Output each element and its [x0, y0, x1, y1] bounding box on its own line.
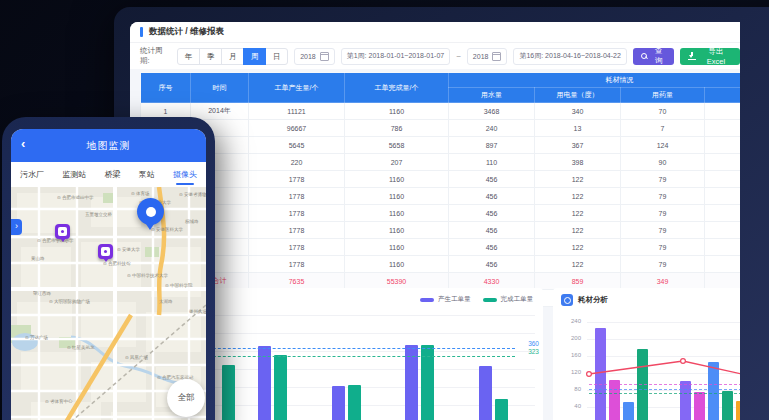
table-cell: 349	[621, 273, 705, 290]
breadcrumb: 数据统计 / 维修报表	[149, 26, 224, 38]
period-option[interactable]: 日	[265, 48, 288, 65]
table-cell: 456	[449, 205, 535, 222]
table-cell: 5658	[345, 137, 449, 154]
legend-label: 完成工单量	[501, 295, 534, 304]
consumable-bar[interactable]	[680, 381, 691, 420]
camera-icon	[58, 227, 67, 236]
start-week-value: 第1周: 2018-01-01~2018-01-07	[347, 51, 444, 61]
subcol-header-2: 用电量（度）	[535, 88, 621, 103]
start-week-field[interactable]: 第1周: 2018-01-01~2018-01-07	[341, 48, 450, 65]
export-label: 导出Excel	[700, 47, 732, 66]
accent-bar	[140, 27, 143, 37]
map-label: 望江西路	[33, 291, 51, 297]
consumable-bar[interactable]	[595, 328, 606, 420]
legend-item[interactable]: 完成工单量	[483, 295, 534, 304]
consumable-bar[interactable]	[722, 391, 733, 420]
table-cell: 7635	[249, 273, 345, 290]
reference-line	[589, 384, 740, 385]
all-button[interactable]: 全部	[167, 379, 205, 417]
legend-marker	[420, 298, 434, 302]
camera-icon	[101, 247, 110, 256]
expander-button[interactable]: ›	[11, 219, 22, 235]
camera-marker[interactable]	[55, 224, 70, 239]
map-label: 五里墩立交桥	[85, 212, 112, 218]
tab-摄像头[interactable]: 摄像头	[173, 163, 197, 186]
bar-completed[interactable]	[274, 355, 287, 420]
table-cell: 67	[705, 188, 741, 205]
phone-screen: ‹ 地图监测 污水厂监测站桥梁泵站摄像头	[11, 129, 206, 420]
table-cell: 240	[449, 120, 535, 137]
bar-created[interactable]	[258, 346, 271, 420]
reference-line	[589, 389, 740, 390]
period-option[interactable]: 年	[177, 48, 200, 65]
phone-title: 地图监测	[87, 139, 131, 153]
map-label: 黄山路	[31, 256, 45, 262]
table-cell: 79	[621, 222, 705, 239]
table-cell: 19	[705, 154, 741, 171]
consumable-bar[interactable]	[609, 380, 620, 420]
start-year-select[interactable]: 2018	[294, 48, 335, 65]
tab-泵站[interactable]: 泵站	[139, 163, 155, 186]
map-label: ⊙ 中国科学院	[165, 283, 193, 289]
report-table: 序号 时间 工单产生量/个 工单完成量/个 耗材情况 用水量 用电量（度） 用药…	[140, 72, 740, 307]
export-excel-button[interactable]: 导出Excel	[680, 48, 740, 65]
table-cell: 1160	[345, 171, 449, 188]
table-cell: 1160	[345, 239, 449, 256]
consumable-bar[interactable]	[736, 401, 740, 420]
col-header-index: 序号	[141, 73, 191, 103]
range-separator: ~	[456, 52, 461, 61]
consumable-bar[interactable]	[694, 392, 705, 420]
subcol-header-4: 水量	[705, 88, 741, 103]
table-cell: 13	[535, 120, 621, 137]
period-option[interactable]: 季	[199, 48, 222, 65]
chart-icon	[561, 294, 573, 306]
table-row: 2202071103989019	[141, 154, 741, 171]
bar-created[interactable]	[332, 386, 345, 420]
bar-completed[interactable]	[348, 385, 361, 420]
table-cell: 122	[535, 239, 621, 256]
legend-item[interactable]: 产生工单量	[420, 295, 471, 304]
back-icon[interactable]: ‹	[21, 137, 25, 150]
consumable-bar[interactable]	[708, 362, 719, 420]
table-cell: 2014年	[191, 103, 249, 120]
bar-completed[interactable]	[222, 365, 235, 420]
table-row: 177811604561227967	[141, 239, 741, 256]
table-cell: 7	[621, 120, 705, 137]
table-cell: 129	[705, 137, 741, 154]
phone-frame: ‹ 地图监测 污水厂监测站桥梁泵站摄像头	[2, 117, 215, 420]
table-cell: 1160	[345, 188, 449, 205]
search-icon	[641, 53, 648, 60]
table-cell: 690	[705, 120, 741, 137]
period-option[interactable]: 月	[221, 48, 244, 65]
consumable-bar[interactable]	[623, 402, 634, 420]
table-cell: 79	[621, 239, 705, 256]
table-row: 177811604561227967	[141, 205, 741, 222]
table-row: 96667786240137690	[141, 120, 741, 137]
filter-bar: 统计周期: 年季月周日 2018 第1周: 2018-01-01~2018-01…	[130, 43, 740, 69]
y-tick-label: 80	[557, 386, 581, 392]
bar-completed[interactable]	[495, 399, 508, 420]
query-button[interactable]: 查询	[633, 48, 674, 65]
camera-marker[interactable]	[98, 244, 113, 259]
tab-污水厂[interactable]: 污水厂	[20, 163, 44, 186]
table-cell: 4330	[449, 273, 535, 290]
phone-header: ‹ 地图监测	[11, 129, 206, 162]
y-tick-label: 120	[557, 369, 581, 375]
table-cell: 786	[345, 120, 449, 137]
table-cell: 398	[535, 154, 621, 171]
map-label: ⊙ 大明国际购物广场	[49, 299, 90, 305]
table-cell: 67	[705, 239, 741, 256]
bar-created[interactable]	[479, 366, 492, 420]
table-cell: 859	[535, 273, 621, 290]
table-cell: 79	[621, 188, 705, 205]
tab-监测站[interactable]: 监测站	[62, 163, 86, 186]
end-week-field[interactable]: 第16周: 2018-04-16~2018-04-22	[513, 48, 626, 65]
end-year-select[interactable]: 2018	[467, 48, 508, 65]
table-cell: 55390	[345, 273, 449, 290]
location-pin-marker[interactable]	[137, 198, 164, 225]
reference-line	[589, 393, 740, 394]
tab-桥梁[interactable]: 桥梁	[105, 163, 121, 186]
period-option[interactable]: 周	[243, 48, 266, 65]
map-view[interactable]: › 全部 ⊙ 体育场⊙ 安徽农业大学⊙ 合肥市琥珀中学⊙ 安徽省博物馆五里墩立交…	[11, 187, 206, 420]
reference-label: 323	[528, 348, 539, 355]
